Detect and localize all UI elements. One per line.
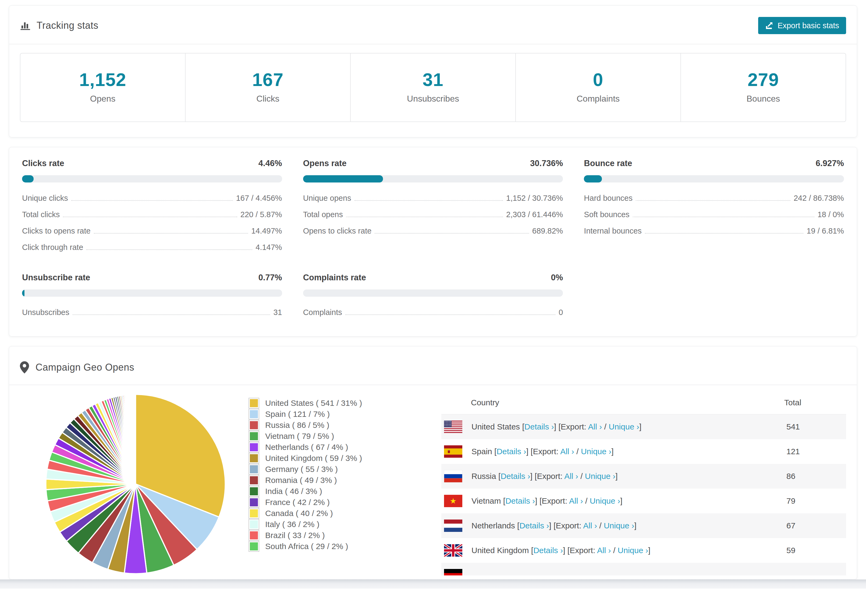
- slash: /: [578, 472, 585, 481]
- slash: /: [611, 546, 618, 555]
- rate-detail-label: Unique opens: [303, 194, 351, 203]
- export-all-link[interactable]: All ›: [583, 521, 597, 530]
- legend-swatch: [249, 431, 259, 441]
- legend-item-germany[interactable]: Germany ( 55 / 3% ): [249, 464, 362, 475]
- flag-es-icon: [444, 445, 462, 458]
- table-row-netherlands: Netherlands [Details ›] [Export: All › /…: [441, 513, 846, 538]
- rates-row-top: Clicks rate 4.46% Unique clicks 167 / 4.…: [22, 159, 844, 252]
- rate-value: 0%: [551, 273, 563, 283]
- legend-item-russia[interactable]: Russia ( 86 / 5% ): [249, 420, 362, 431]
- country-total: 86: [784, 472, 846, 481]
- rates-card: Clicks rate 4.46% Unique clicks 167 / 4.…: [9, 147, 857, 336]
- rate-detail-value: 19 / 6.81%: [806, 226, 844, 236]
- details-link[interactable]: Details ›: [505, 497, 535, 505]
- space: [586, 422, 588, 431]
- rate-detail-label: Click through rate: [22, 243, 83, 252]
- export-unique-link[interactable]: Unique ›: [581, 447, 611, 456]
- table-row-spain: Spain [Details ›] [Export: All › / Uniqu…: [441, 439, 846, 464]
- bracket: [: [520, 422, 524, 431]
- legend-item-united-states[interactable]: United States ( 541 / 31% ): [249, 398, 362, 409]
- rate-detail-value: 14.497%: [251, 226, 282, 236]
- slash: /: [583, 497, 590, 505]
- stat-label: Bounces: [681, 94, 846, 104]
- country-cell: United Kingdom [Details ›] [Export: All …: [471, 546, 784, 555]
- bracket: [: [529, 546, 533, 555]
- bracket: ] [: [535, 497, 542, 505]
- export-unique-link[interactable]: Unique ›: [604, 521, 634, 530]
- legend-item-italy[interactable]: Italy ( 36 / 2% ): [249, 519, 362, 530]
- legend-swatch: [249, 420, 259, 430]
- rate-head: Complaints rate 0%: [303, 273, 563, 283]
- legend-item-south-africa[interactable]: South Africa ( 29 / 2% ): [249, 541, 362, 552]
- rate-value: 30.736%: [530, 159, 563, 168]
- table-row-partial: [441, 563, 846, 575]
- bracket: ] [: [563, 546, 570, 555]
- details-link[interactable]: Details ›: [496, 447, 526, 456]
- details-link[interactable]: Details ›: [533, 546, 563, 555]
- legend-item-romania[interactable]: Romania ( 49 / 3% ): [249, 475, 362, 486]
- progress-bar-track: [303, 289, 563, 297]
- rate-block-clicks-rate: Clicks rate 4.46% Unique clicks 167 / 4.…: [22, 159, 282, 252]
- rate-block-bounce-rate: Bounce rate 6.927% Hard bounces 242 / 86…: [584, 159, 844, 252]
- dotted-leader: [633, 217, 814, 217]
- export-prefix: Export:: [570, 546, 595, 555]
- header-divider: [9, 44, 857, 44]
- export-all-link[interactable]: All ›: [569, 497, 583, 505]
- rate-detail-label: Soft bounces: [584, 210, 629, 219]
- export-unique-link[interactable]: Unique ›: [609, 422, 639, 431]
- country-cell: Spain [Details ›] [Export: All › / Uniqu…: [471, 447, 784, 456]
- country-total: 79: [784, 497, 846, 506]
- legend-item-canada[interactable]: Canada ( 40 / 2% ): [249, 508, 362, 519]
- export-prefix: Export:: [533, 447, 558, 456]
- rate-detail-value: 2,303 / 61.446%: [506, 210, 563, 219]
- details-link[interactable]: Details ›: [519, 521, 549, 530]
- rate-title: Opens rate: [303, 159, 347, 168]
- rate-block-unsubscribe-rate: Unsubscribe rate 0.77% Unsubscribes 31: [22, 273, 282, 317]
- progress-bar-track: [303, 175, 563, 182]
- rate-block-complaints-rate: Complaints rate 0% Complaints 0: [303, 273, 563, 317]
- geo-chart-area: United States ( 541 / 31% ) Spain ( 121 …: [20, 385, 441, 575]
- rate-detail-row: Opens to clicks rate 689.82%: [303, 226, 563, 236]
- country-name: United Kingdom: [471, 546, 529, 555]
- legend-item-united-kingdom[interactable]: United Kingdom ( 59 / 3% ): [249, 453, 362, 464]
- export-unique-link[interactable]: Unique ›: [585, 472, 615, 481]
- rate-title: Bounce rate: [584, 159, 632, 168]
- pie-slice-tail-45[interactable]: [135, 394, 135, 484]
- rate-detail-row: Unique clicks 167 / 4.456%: [22, 194, 282, 203]
- details-link[interactable]: Details ›: [501, 472, 530, 481]
- export-all-link[interactable]: All ›: [597, 546, 611, 555]
- geo-section-title: Campaign Geo Opens: [36, 362, 134, 373]
- country-cell: United States [Details ›] [Export: All ›…: [471, 422, 784, 431]
- export-unique-link[interactable]: Unique ›: [618, 546, 648, 555]
- legend-label: Brazil ( 33 / 2% ): [265, 531, 325, 540]
- bracket: ]: [648, 546, 650, 555]
- legend-item-india[interactable]: India ( 46 / 3% ): [249, 486, 362, 497]
- export-unique-link[interactable]: Unique ›: [590, 497, 620, 505]
- export-all-link[interactable]: All ›: [588, 422, 602, 431]
- rate-title: Unsubscribe rate: [22, 273, 90, 283]
- legend-swatch: [249, 398, 259, 408]
- legend-swatch: [249, 464, 259, 474]
- legend-item-netherlands[interactable]: Netherlands ( 67 / 4% ): [249, 442, 362, 453]
- country-total: 59: [784, 546, 846, 555]
- bracket: [: [515, 521, 520, 530]
- table-row-united-kingdom: United Kingdom [Details ›] [Export: All …: [441, 538, 846, 563]
- legend-swatch: [249, 520, 259, 529]
- details-link[interactable]: Details ›: [524, 422, 554, 431]
- slash: /: [574, 447, 581, 456]
- legend-item-france[interactable]: France ( 42 / 2% ): [249, 497, 362, 508]
- bracket: ]: [611, 447, 614, 456]
- legend-item-spain[interactable]: Spain ( 121 / 7% ): [249, 409, 362, 420]
- legend-item-vietnam[interactable]: Vietnam ( 79 / 5% ): [249, 431, 362, 442]
- progress-bar-fill: [584, 175, 602, 182]
- export-basic-stats-button[interactable]: Export basic stats: [758, 17, 846, 34]
- rate-detail-rows: Complaints 0: [303, 308, 563, 317]
- legend-item-brazil[interactable]: Brazil ( 33 / 2% ): [249, 530, 362, 541]
- export-all-link[interactable]: All ›: [560, 447, 574, 456]
- legend-label: India ( 46 / 3% ): [265, 487, 322, 496]
- export-all-link[interactable]: All ›: [564, 472, 578, 481]
- rate-detail-rows: Unsubscribes 31: [22, 308, 282, 317]
- page-bottom-shadow: [0, 580, 866, 589]
- country-cell: Russia [Details ›] [Export: All › / Uniq…: [471, 472, 784, 481]
- progress-bar-fill: [22, 175, 34, 182]
